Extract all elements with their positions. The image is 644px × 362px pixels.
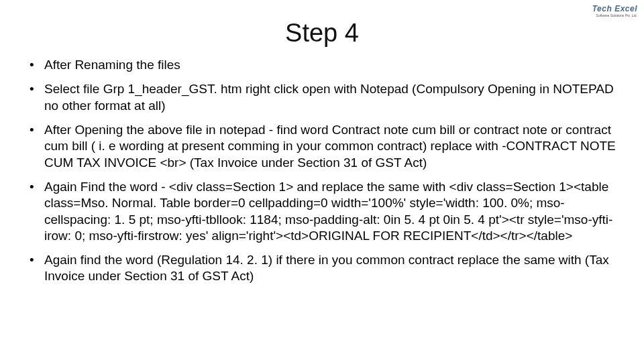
list-item-text: Again Find the word - <div class=Section… xyxy=(44,180,612,243)
brand-logo-tagline: Software Solutions Pvt. Ltd. xyxy=(592,14,637,17)
bullet-list: After Renaming the files Select file Grp… xyxy=(0,57,644,285)
list-item-text: Again find the word (Regulation 14. 2. 1… xyxy=(44,253,609,283)
list-item: After Opening the above file in notepad … xyxy=(30,122,617,171)
list-item-text: Select file Grp 1_header_GST. htm right … xyxy=(44,82,614,112)
list-item: Again Find the word - <div class=Section… xyxy=(30,179,617,244)
list-item-text: After Opening the above file in notepad … xyxy=(44,123,616,170)
list-item: Select file Grp 1_header_GST. htm right … xyxy=(30,81,617,114)
list-item-text: After Renaming the files xyxy=(44,58,180,72)
list-item: After Renaming the files xyxy=(30,57,617,73)
list-item: Again find the word (Regulation 14. 2. 1… xyxy=(30,252,617,285)
slide-title: Step 4 xyxy=(0,19,644,48)
brand-logo-main: Tech Excel xyxy=(592,4,637,13)
brand-logo: Tech Excel Software Solutions Pvt. Ltd. xyxy=(592,3,637,17)
